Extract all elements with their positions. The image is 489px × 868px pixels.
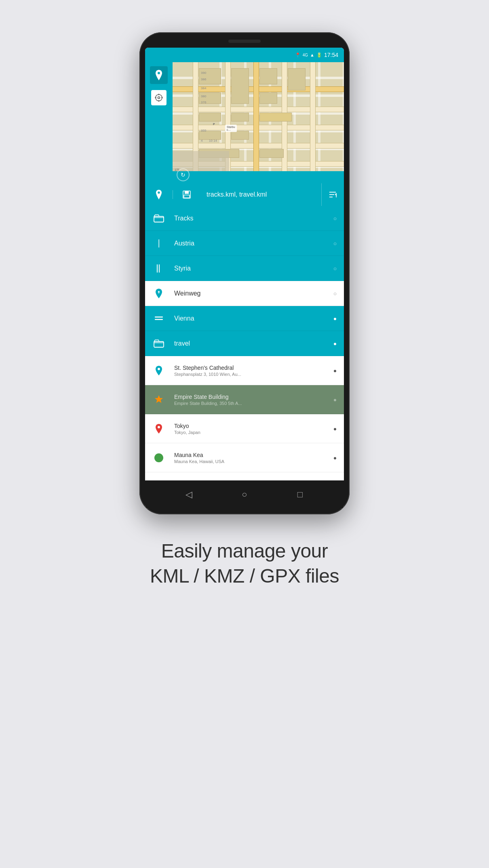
empire-subtitle: Empire State Building, 350 5th A...: [174, 401, 326, 406]
map-poi-label: Starbuc...: [225, 125, 237, 132]
bottom-line2: KML / KMZ / GPX files: [150, 565, 339, 587]
map-block: [288, 68, 306, 90]
svg-rect-18: [159, 264, 160, 273]
map-label: 386: [201, 78, 206, 81]
home-button[interactable]: ○: [236, 486, 253, 503]
svg-rect-10: [184, 195, 190, 198]
status-time: 17:54: [324, 52, 338, 58]
list-item[interactable]: Weinweg ○: [145, 281, 344, 306]
st-stephens-dot: ●: [326, 367, 344, 374]
tracks-icon-cell: [145, 214, 173, 222]
mauna-kea-subtitle: Mauna Kea, Hawaii, USA: [174, 459, 326, 464]
svg-point-2: [158, 97, 160, 99]
dot-icon: ●: [333, 367, 337, 374]
mauna-kea-dot: ●: [326, 455, 344, 461]
save-icon: [182, 190, 191, 199]
header-sort-button[interactable]: [321, 183, 344, 206]
header-pin-icon: [155, 190, 163, 199]
styria-text: Styria: [173, 265, 326, 272]
dot-icon: ●: [333, 396, 337, 403]
empire-text: Empire State Building Empire State Build…: [173, 394, 326, 406]
list-item[interactable]: travel ●: [145, 331, 344, 356]
folder2-icon: [154, 340, 164, 348]
travel-text: travel: [173, 340, 326, 347]
austria-label: Austria: [174, 240, 326, 247]
pin-teal2-icon: [154, 365, 163, 376]
nav-bar: ◁ ○ □: [145, 480, 344, 509]
map-block: [259, 68, 277, 84]
st-stephens-subtitle: Stephansplatz 3, 1010 Wien, Au...: [174, 372, 326, 377]
list-item[interactable]: Tracks ○: [145, 206, 344, 231]
map-label: 390: [201, 71, 206, 75]
equals-icon: [154, 316, 163, 321]
recents-button[interactable]: □: [292, 486, 308, 503]
header-save-cell[interactable]: [173, 190, 200, 199]
bottom-line1: Easily manage your: [161, 540, 328, 562]
list-item[interactable]: Mauna Kea Mauna Kea, Hawaii, USA ●: [145, 443, 344, 472]
map-road: [310, 62, 316, 183]
list-item[interactable]: Vienna ●: [145, 306, 344, 331]
signal-icon: ▲: [310, 52, 314, 57]
recents-icon: □: [297, 489, 303, 500]
map-block: [199, 113, 221, 122]
map-label: 380: [201, 94, 206, 98]
svg-marker-24: [155, 395, 163, 403]
list-item[interactable]: Styria ○: [145, 256, 344, 281]
pin-red-icon: [154, 424, 163, 434]
map-label: 376: [201, 101, 206, 104]
tokyo-label: Tokyo: [174, 423, 326, 429]
map-block: [199, 68, 221, 84]
header-title: tracks.kml, travel.kml: [200, 191, 321, 198]
back-icon: ◁: [185, 489, 192, 500]
crosshair-icon: [155, 94, 163, 102]
vienna-label: Vienna: [174, 315, 326, 322]
styria-dot: ○: [326, 265, 344, 272]
empire-icon-cell: [145, 394, 173, 405]
locate-button[interactable]: [151, 90, 167, 105]
map-road: [282, 62, 287, 183]
pin-icon: [154, 70, 163, 80]
mauna-kea-text: Mauna Kea Mauna Kea, Hawaii, USA: [173, 452, 326, 464]
styria-label: Styria: [174, 265, 326, 272]
svg-point-1: [156, 94, 162, 101]
folder-icon: [154, 214, 164, 222]
list-item[interactable]: Empire State Building Empire State Build…: [145, 385, 344, 414]
compass-button[interactable]: ↻: [177, 168, 190, 181]
styria-icon-cell: [145, 264, 173, 273]
back-button[interactable]: ◁: [181, 486, 197, 503]
mauna-kea-label: Mauna Kea: [174, 452, 326, 458]
svg-rect-21: [155, 319, 163, 320]
map-block: [231, 68, 249, 104]
map-bottom-strip: ↻: [173, 171, 344, 183]
svg-rect-22: [154, 342, 164, 347]
vienna-dot: ●: [326, 315, 344, 322]
austria-text: Austria: [173, 240, 326, 247]
sidebar-pin-button[interactable]: [150, 66, 168, 84]
st-stephens-label: St. Stephen's Cathedral: [174, 365, 326, 371]
weinweg-dot: ○: [326, 290, 344, 297]
vienna-icon-cell: [145, 316, 173, 321]
austria-dot: ○: [326, 240, 344, 247]
svg-rect-15: [154, 216, 164, 222]
travel-icon-cell: [145, 340, 173, 348]
bottom-text-section: Easily manage your KML / KMZ / GPX files: [118, 539, 371, 589]
map-block: [259, 149, 284, 158]
svg-point-23: [158, 368, 160, 370]
list-item[interactable]: St. Stephen's Cathedral Stephansplatz 3,…: [145, 356, 344, 385]
list-area: Tracks ○ Austria ○: [145, 206, 344, 480]
star-orange-icon: [154, 394, 164, 405]
austria-icon-cell: [145, 239, 173, 247]
header-pin-cell[interactable]: [145, 190, 173, 199]
dot-icon: ○: [333, 215, 337, 222]
dot-icon: ●: [333, 315, 337, 322]
list-item[interactable]: Tokyo Tokyo, Japan ●: [145, 414, 344, 443]
tokyo-text: Tokyo Tokyo, Japan: [173, 423, 326, 435]
map-background: 390 386 384 380 376 P 355 4 10 14 Starbu…: [173, 62, 344, 183]
phone-screen: 📍 4G ▲ 🔋 17:54: [145, 48, 344, 509]
map-label: P: [213, 123, 215, 126]
battery-icon: 🔋: [316, 52, 322, 58]
status-icons: 📍 4G ▲ 🔋 17:54: [295, 52, 338, 58]
weinweg-label: Weinweg: [174, 290, 326, 297]
single-bar-icon: [158, 239, 160, 247]
list-item[interactable]: Austria ○: [145, 231, 344, 256]
